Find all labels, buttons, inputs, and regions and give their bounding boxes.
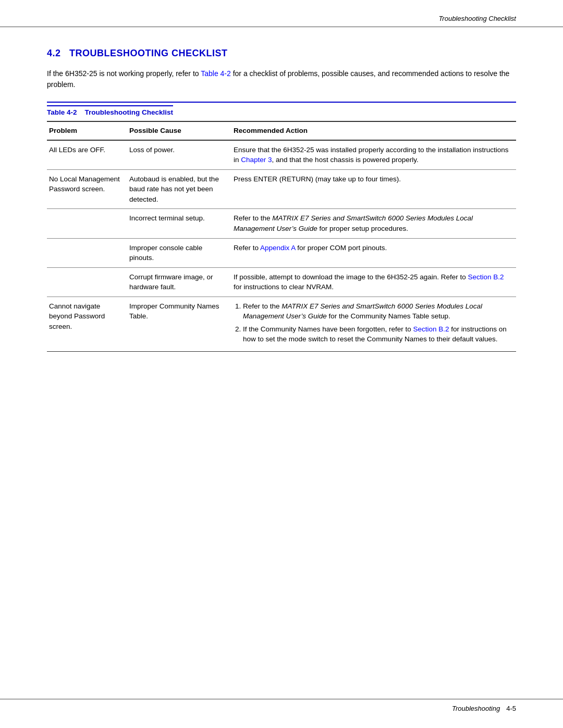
list-item: If the Community Names have been forgott… [243,324,511,344]
page-container: Troubleshooting Checklist 4.2 TROUBLESHO… [0,0,563,728]
section-number: 4.2 [47,48,61,58]
page-header: Troubleshooting Checklist [0,0,563,27]
cell-action: Ensure that the 6H352-25 was installed p… [229,140,516,170]
numbered-action-list: Refer to the MATRIX E7 Series and SmartS… [234,301,511,344]
table-link[interactable]: Table 4-2 [201,69,231,78]
sectionb2-link-1[interactable]: Section B.2 [468,273,504,281]
table-row: Corrupt firmware image, or hardware faul… [47,267,516,297]
footer-page: 4-5 [506,705,516,712]
section-heading: 4.2 TROUBLESHOOTING CHECKLIST [47,48,516,59]
checklist-table: Problem Possible Cause Recommended Actio… [47,121,516,352]
table-wrapper: Table 4-2 Troubleshooting Checklist Prob… [47,102,516,352]
col-cause: Possible Cause [125,121,229,140]
appendixa-link[interactable]: Appendix A [260,244,296,252]
col-problem: Problem [47,121,125,140]
cell-action: Refer to Appendix A for proper COM port … [229,238,516,267]
table-caption-title: Troubleshooting Checklist [85,108,174,116]
table-caption-row: Table 4-2 Troubleshooting Checklist [47,102,516,121]
cell-problem-empty [47,209,125,238]
cell-problem-empty [47,238,125,267]
cell-action: Press ENTER (RETURN) (may take up to fou… [229,169,516,209]
cell-cause: Autobaud is enabled, but the baud rate h… [125,169,229,209]
book-title-2: MATRIX E7 Series and SmartSwitch 6000 Se… [243,302,482,320]
list-item: Refer to the MATRIX E7 Series and SmartS… [243,301,511,322]
cell-action: Refer to the MATRIX E7 Series and SmartS… [229,209,516,238]
table-caption-number: Table 4-2 [47,108,77,116]
intro-paragraph: If the 6H352-25 is not working properly,… [47,68,516,90]
cell-cause: Improper console cable pinouts. [125,238,229,267]
cell-cause: Corrupt firmware image, or hardware faul… [125,267,229,297]
page-footer: Troubleshooting 4-5 [0,699,563,712]
table-row: All LEDs are OFF. Loss of power. Ensure … [47,140,516,170]
cell-problem-empty [47,267,125,297]
col-action: Recommended Action [229,121,516,140]
book-title: MATRIX E7 Series and SmartSwitch 6000 Se… [234,214,473,232]
cell-cause: Loss of power. [125,140,229,170]
cell-cause: Improper Community Names Table. [125,297,229,351]
table-row: Cannot navigate beyond Password screen. … [47,297,516,351]
table-header-row: Problem Possible Cause Recommended Actio… [47,121,516,140]
cell-cause: Incorrect terminal setup. [125,209,229,238]
cell-action: If possible, attempt to download the ima… [229,267,516,297]
cell-problem: No Local Management Password screen. [47,169,125,209]
cell-problem: Cannot navigate beyond Password screen. [47,297,125,351]
header-title: Troubleshooting Checklist [438,15,516,22]
main-content: 4.2 TROUBLESHOOTING CHECKLIST If the 6H3… [0,27,563,383]
intro-text: If the 6H352-25 is not working properly,… [47,69,199,78]
cell-action: Refer to the MATRIX E7 Series and SmartS… [229,297,516,351]
table-caption: Table 4-2 Troubleshooting Checklist [47,105,173,118]
table-row: Improper console cable pinouts. Refer to… [47,238,516,267]
chapter3-link[interactable]: Chapter 3 [241,156,272,164]
cell-problem: All LEDs are OFF. [47,140,125,170]
footer-chapter: Troubleshooting [452,705,500,712]
table-row: No Local Management Password screen. Aut… [47,169,516,209]
footer-right: Troubleshooting 4-5 [452,705,516,712]
table-row: Incorrect terminal setup. Refer to the M… [47,209,516,238]
sectionb2-link-2[interactable]: Section B.2 [413,325,449,333]
section-title: TROUBLESHOOTING CHECKLIST [69,48,228,58]
